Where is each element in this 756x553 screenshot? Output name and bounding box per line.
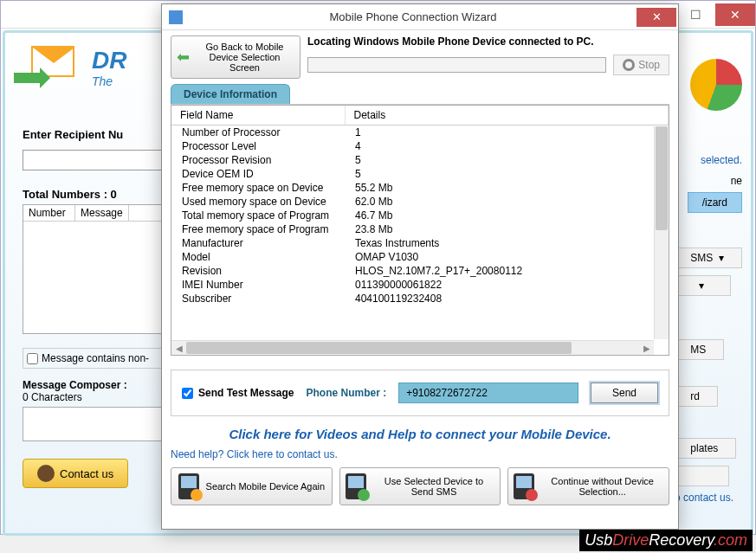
back-arrow-icon: ⬅ [177,48,190,67]
person-icon [37,465,55,482]
scroll-thumb[interactable] [656,126,668,230]
search-device-button[interactable]: Search Mobile Device Again [171,467,333,505]
phone-number-input[interactable] [398,383,578,403]
cell-field: Subscriber [171,292,345,305]
table-row[interactable]: Processor Level4 [171,139,669,153]
table-row[interactable]: Processor Revision5 [171,153,669,167]
phone-x-icon [514,473,534,499]
table-row[interactable]: Free memory space on Device55.2 Mb [171,181,669,195]
composer-char-count: 0 Characters [23,391,170,403]
col-message[interactable]: Message [75,205,129,221]
contact-us-link[interactable]: Need help? Click here to contact us. [171,448,669,460]
cell-detail: 5 [345,153,669,167]
video-help-link[interactable]: Click here for Videos and Help to connec… [171,427,669,441]
table-row[interactable]: IMEI Number011390000061822 [171,278,669,292]
col-details[interactable]: Details [345,106,669,125]
composer-textarea[interactable] [23,407,170,441]
progress-bar [307,57,606,73]
cell-field: Device OEM ID [171,167,345,181]
composer-label: Message Composer : [23,379,170,391]
go-back-button[interactable]: ⬅ Go Back to Mobile Device Selection Scr… [171,35,300,79]
wizard-titlebar[interactable]: Mobile Phone Connection Wizard ✕ [162,4,678,30]
cell-detail: 011390000061822 [345,278,669,292]
plates-button[interactable]: plates [672,438,736,459]
horizontal-scrollbar[interactable]: ◀ ▶ [171,340,654,355]
phone-number-label: Phone Number : [306,387,386,399]
empty-button[interactable] [672,466,728,486]
message-contains-checkbox[interactable]: Message contains non- [23,348,170,369]
table-row[interactable]: Total memory space of Program46.7 Mb [171,209,669,222]
hscroll-thumb[interactable] [186,342,572,354]
dropdown-2[interactable]: ▾ [672,275,731,296]
send-button[interactable]: Send [591,383,658,403]
stop-button[interactable]: Stop [613,55,669,75]
cell-field: Manufacturer [171,236,345,250]
cell-field: Model [171,250,345,264]
wizard-title: Mobile Phone Connection Wizard [190,10,636,23]
cell-detail: Texas Instruments [345,236,669,250]
numbers-table: Number Message [23,204,170,334]
wizard-pill[interactable]: /izard [688,192,742,213]
table-row[interactable]: Subscriber404100119232408 [171,292,669,305]
cell-detail: 55.2 Mb [345,181,669,195]
send-test-panel: Send Test Message Phone Number : Send [171,370,669,416]
wizard-app-icon [169,10,183,24]
col-field-name[interactable]: Field Name [171,106,345,125]
wizard-close-button[interactable]: ✕ [636,8,676,27]
scroll-left-icon[interactable]: ◀ [171,341,186,355]
contact-us-button[interactable]: Contact us [23,459,128,488]
cell-field: Number of Processor [171,125,345,140]
send-test-check-input[interactable] [182,388,193,399]
cell-detail: 1 [345,125,669,140]
tab-device-information[interactable]: Device Information [171,84,290,104]
right-column: selected. ne /izard SMS ▾ ▾ MS rd plates [672,154,742,486]
cell-detail: HLOS_N2.10M7.2_P17+_20080112 [345,264,669,278]
close-button[interactable]: ✕ [715,3,755,26]
scroll-right-icon[interactable]: ▶ [639,341,654,355]
logo-subtitle: The [92,74,126,88]
phone-check-icon [346,473,366,499]
cell-detail: 4 [345,139,669,153]
recipient-input[interactable] [23,150,170,170]
continue-without-button[interactable]: Continue without Device Selection... [507,467,669,505]
cell-detail: 5 [345,167,669,181]
sms-dropdown[interactable]: SMS ▾ [672,248,742,268]
cell-detail: 404100119232408 [345,292,669,305]
cell-detail: 46.7 Mb [345,209,669,222]
device-info-table: Field Name Details Number of Processor1P… [171,106,669,305]
device-info-table-container: Field Name Details Number of Processor1P… [171,105,669,356]
logo-text: DR [92,47,126,74]
use-device-button[interactable]: Use Selected Device to Send SMS [339,467,501,505]
recipient-label: Enter Recipient Nu [23,128,170,141]
cell-field: Processor Revision [171,153,345,167]
rd-button[interactable]: rd [672,386,718,407]
maximize-button[interactable]: ☐ [675,3,715,26]
cell-field: Total memory space of Program [171,209,345,222]
left-column: Enter Recipient Nu Total Numbers : 0 Num… [23,128,170,488]
locating-label: Locating Windows Mobile Phone Device con… [307,35,669,48]
stop-icon [623,59,635,71]
cell-field: Free memory space of Program [171,222,345,236]
pie-chart-icon [690,59,742,111]
phone-search-icon [178,473,199,499]
cell-detail: OMAP V1030 [345,250,669,264]
table-row[interactable]: Number of Processor1 [171,125,669,140]
envelope-logo-icon [14,42,83,93]
cell-field: IMEI Number [171,278,345,292]
ms-button[interactable]: MS [672,339,724,360]
vertical-scrollbar[interactable] [654,126,669,339]
logo-area: DR The [14,42,126,93]
table-row[interactable]: RevisionHLOS_N2.10M7.2_P17+_20080112 [171,264,669,278]
table-row[interactable]: Free memory space of Program23.8 Mb [171,222,669,236]
table-row[interactable]: ManufacturerTexas Instruments [171,236,669,250]
table-row[interactable]: ModelOMAP V1030 [171,250,669,264]
table-row[interactable]: Used memory space on Device62.0 Mb [171,195,669,209]
cell-field: Revision [171,264,345,278]
send-test-checkbox[interactable]: Send Test Message [182,387,294,399]
table-row[interactable]: Device OEM ID5 [171,167,669,181]
msg-contains-check[interactable] [27,353,38,364]
col-number[interactable]: Number [23,205,75,221]
total-numbers-label: Total Numbers : 0 [23,188,170,201]
connection-wizard-dialog: Mobile Phone Connection Wizard ✕ ⬅ Go Ba… [161,3,679,530]
cell-field: Processor Level [171,139,345,153]
